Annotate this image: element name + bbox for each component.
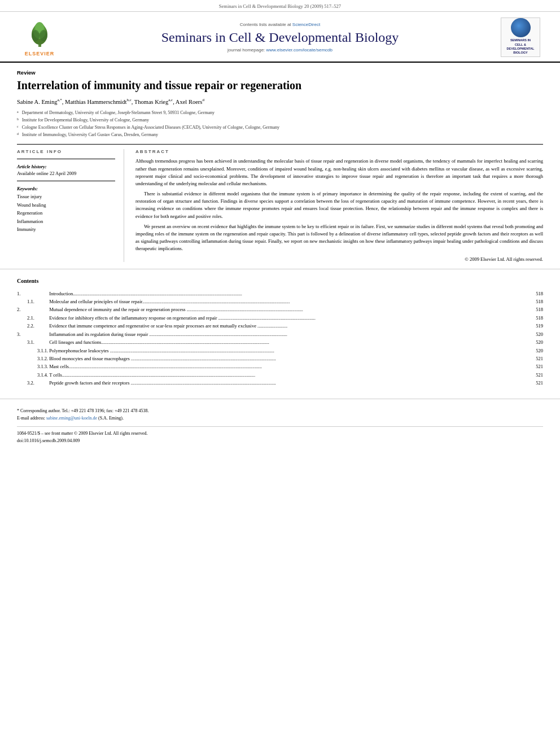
info-divider bbox=[17, 159, 115, 159]
toc-page-2-1: 518 bbox=[526, 314, 543, 322]
keyword-wound-healing: Wound healing bbox=[17, 201, 115, 209]
logo-circle-graphic bbox=[511, 18, 531, 37]
toc-page-3-1-1: 520 bbox=[526, 347, 543, 355]
keywords-label: Keywords: bbox=[17, 186, 115, 191]
toc-label-3: Inflammation and its regulation during t… bbox=[49, 330, 526, 338]
toc-item-1: 1. Introduction.........................… bbox=[17, 290, 543, 298]
svg-point-5 bbox=[40, 30, 47, 41]
toc-label-2-1: Evidence for inhibitory effects of the i… bbox=[49, 314, 526, 322]
journal-ref-text: Seminars in Cell & Developmental Biology… bbox=[219, 3, 341, 9]
toc-num-3-1-2: 3.1.2. bbox=[17, 355, 49, 362]
abstract-para-1: Although tremendous progress has been ac… bbox=[135, 158, 543, 187]
history-label: Article history: bbox=[17, 164, 115, 169]
toc-item-1-1: 1.1. Molecular and cellular principles o… bbox=[17, 298, 543, 305]
article-info-heading: ARTICLE INFO bbox=[17, 149, 115, 154]
keyword-regeneration: Regeneration bbox=[17, 209, 115, 217]
abstract-column: ABSTRACT Although tremendous progress ha… bbox=[135, 149, 543, 261]
toc-label-3-1-2: Blood monocytes and tissue macrophages .… bbox=[49, 355, 526, 362]
article-type: Review bbox=[17, 69, 543, 76]
toc-num-3-2: 3.2. bbox=[17, 379, 49, 387]
journal-logo-right: SEMINARS INCELL &DEVELOPMENTALBIOLOGY bbox=[498, 18, 543, 57]
affiliations: a Department of Dermatology, University … bbox=[17, 110, 543, 138]
toc-item-2-2: 2.2. Evidence that immune competence and… bbox=[17, 322, 543, 330]
toc-item-3-1-3: 3.1.3. Mast cells.......................… bbox=[17, 362, 543, 370]
journal-logo-box: SEMINARS INCELL &DEVELOPMENTALBIOLOGY bbox=[501, 18, 540, 57]
toc-page-3-1-4: 521 bbox=[526, 371, 543, 379]
abstract-text: Although tremendous progress has been ac… bbox=[135, 158, 543, 252]
abstract-heading: ABSTRACT bbox=[135, 149, 543, 154]
email-link[interactable]: sabine.eming@uni-koeln.de bbox=[46, 416, 97, 421]
toc-num-3-1-4: 3.1.4. bbox=[17, 371, 49, 379]
article-info-column: ARTICLE INFO Article history: Available … bbox=[17, 149, 124, 261]
toc-num-3-1: 3.1. bbox=[17, 338, 49, 346]
toc-num-2-1: 2.1. bbox=[17, 314, 49, 322]
toc-num-2: 2. bbox=[17, 305, 49, 313]
toc-label-1-1: Molecular and cellular principles of tis… bbox=[49, 298, 526, 305]
logo-box-title: SEMINARS INCELL &DEVELOPMENTALBIOLOGY bbox=[507, 38, 535, 55]
toc-item-2: 2. Mutual dependence of immunity and the… bbox=[17, 305, 543, 313]
toc-label-2-2: Evidence that immune competence and rege… bbox=[49, 322, 526, 330]
journal-reference: Seminars in Cell & Developmental Biology… bbox=[0, 0, 560, 12]
toc-num-1: 1. bbox=[17, 290, 49, 298]
toc-page-1: 518 bbox=[526, 290, 543, 298]
elsevier-logo: ELSEVIER bbox=[17, 19, 62, 56]
section-divider bbox=[17, 144, 543, 145]
sciencedirect-link[interactable]: ScienceDirect bbox=[292, 22, 320, 27]
toc-item-2-1: 2.1. Evidence for inhibitory effects of … bbox=[17, 314, 543, 322]
contents-heading: Contents bbox=[17, 278, 543, 284]
keyword-immunity: Immunity bbox=[17, 225, 115, 233]
elsevier-tree-icon bbox=[24, 19, 55, 50]
toc-num-2-2: 2.2. bbox=[17, 322, 49, 330]
toc-label-3-2: Peptide growth factors and their recepto… bbox=[49, 379, 526, 387]
email-name: (S.A. Eming). bbox=[98, 416, 124, 421]
toc-item-3-1-1: 3.1.1. Polymorphonuclear leukocytes ....… bbox=[17, 347, 543, 355]
contents-section: Contents 1. Introduction................… bbox=[0, 269, 560, 393]
toc-label-2: Mutual dependence of immunity and the re… bbox=[49, 305, 526, 313]
email-label: E-mail address: bbox=[17, 416, 45, 421]
history-value: Available online 22 April 2009 bbox=[17, 171, 115, 176]
toc-page-1-1: 518 bbox=[526, 298, 543, 305]
toc-num-3: 3. bbox=[17, 330, 49, 338]
authors-line: Sabine A. Eminga,*, Matthias Hammerschmi… bbox=[17, 97, 543, 106]
toc-table: 1. Introduction.........................… bbox=[17, 290, 543, 387]
footer-section: * Corresponding author. Tel.: +49 221 47… bbox=[0, 399, 560, 451]
journal-homepage: journal homepage: www.elsevier.com/locat… bbox=[73, 47, 487, 53]
toc-page-2-2: 519 bbox=[526, 322, 543, 330]
toc-item-3: 3. Inflammation and its regulation durin… bbox=[17, 330, 543, 338]
corresponding-author-footnote: * Corresponding author. Tel.: +49 221 47… bbox=[17, 408, 543, 422]
abstract-para-2: There is substantial evidence in differe… bbox=[135, 190, 543, 220]
journal-header: ELSEVIER Contents lists available at Sci… bbox=[0, 12, 560, 63]
toc-item-3-1-4: 3.1.4. T cells..........................… bbox=[17, 371, 543, 379]
toc-page-3-2: 521 bbox=[526, 379, 543, 387]
issn-line: 1084-9521/$ – see front matter © 2009 El… bbox=[17, 430, 543, 438]
toc-item-3-1: 3.1. Cell lineages and functions........… bbox=[17, 338, 543, 346]
toc-label-3-1-3: Mast cells..............................… bbox=[49, 362, 526, 370]
toc-num-3-1-1: 3.1.1. bbox=[17, 347, 49, 355]
toc-num-1-1: 1.1. bbox=[17, 298, 49, 305]
toc-label-1: Introduction............................… bbox=[49, 290, 526, 298]
keyword-inflammation: Inflammation bbox=[17, 217, 115, 225]
abstract-para-3: We present an overview on recent evidenc… bbox=[135, 223, 543, 253]
elsevier-wordmark: ELSEVIER bbox=[25, 51, 55, 56]
copyright-notice: © 2009 Elsevier Ltd. All rights reserved… bbox=[135, 256, 543, 262]
page: Seminars in Cell & Developmental Biology… bbox=[0, 0, 560, 747]
toc-page-3-1-3: 521 bbox=[526, 362, 543, 370]
two-column-section: ARTICLE INFO Article history: Available … bbox=[17, 149, 543, 261]
toc-page-3: 520 bbox=[526, 330, 543, 338]
toc-num-3-1-3: 3.1.3. bbox=[17, 362, 49, 370]
keyword-tissue-injury: Tissue injury bbox=[17, 193, 115, 200]
main-content: Review Interrelation of immunity and tis… bbox=[0, 63, 560, 262]
toc-label-3-1: Cell lineages and functions.............… bbox=[49, 338, 526, 346]
toc-label-3-1-1: Polymorphonuclear leukocytes ...........… bbox=[49, 347, 526, 355]
toc-item-3-1-2: 3.1.2. Blood monocytes and tissue macrop… bbox=[17, 355, 543, 362]
toc-page-3-1-2: 521 bbox=[526, 355, 543, 362]
doi-line: doi:10.1016/j.semcdb.2009.04.009 bbox=[17, 438, 543, 445]
toc-page-2: 518 bbox=[526, 305, 543, 313]
journal-center: Contents lists available at ScienceDirec… bbox=[62, 22, 498, 53]
contents-available-line: Contents lists available at ScienceDirec… bbox=[73, 22, 487, 27]
journal-title: Seminars in Cell & Developmental Biology bbox=[73, 29, 487, 46]
homepage-url[interactable]: www.elsevier.com/locate/semcdb bbox=[266, 47, 333, 53]
corresponding-author-text: * Corresponding author. Tel.: +49 221 47… bbox=[17, 408, 148, 413]
toc-label-3-1-4: T cells.................................… bbox=[49, 371, 526, 379]
toc-page-3-1: 520 bbox=[526, 338, 543, 346]
